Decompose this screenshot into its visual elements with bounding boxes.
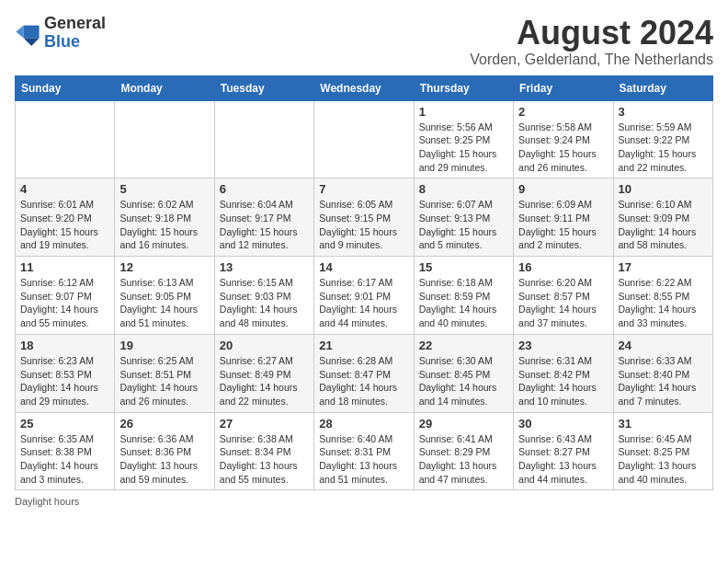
calendar-cell (16, 100, 115, 178)
calendar-cell: 12Sunrise: 6:13 AMSunset: 9:05 PMDayligh… (115, 257, 214, 335)
header-day-tuesday: Tuesday (214, 75, 313, 100)
day-number: 24 (619, 339, 708, 352)
month-title: August 2024 (470, 15, 713, 52)
header-day-wednesday: Wednesday (314, 75, 414, 100)
day-info: Sunrise: 6:31 AMSunset: 8:42 PMDaylight:… (518, 354, 608, 408)
svg-marker-1 (24, 38, 40, 45)
day-number: 7 (319, 182, 408, 196)
day-number: 1 (419, 105, 508, 119)
calendar-cell: 16Sunrise: 6:20 AMSunset: 8:57 PMDayligh… (514, 257, 613, 335)
day-info: Sunrise: 6:12 AMSunset: 9:07 PMDaylight:… (20, 276, 109, 330)
day-number: 17 (619, 260, 708, 274)
day-info: Sunrise: 6:45 AMSunset: 8:25 PMDaylight:… (619, 432, 708, 487)
day-info: Sunrise: 6:40 AMSunset: 8:31 PMDaylight:… (319, 432, 408, 487)
calendar-cell: 26Sunrise: 6:36 AMSunset: 8:36 PMDayligh… (115, 412, 214, 490)
day-info: Sunrise: 6:30 AMSunset: 8:45 PMDaylight:… (419, 354, 508, 408)
day-info: Sunrise: 6:01 AMSunset: 9:20 PMDaylight:… (20, 198, 109, 252)
logo-icon (15, 20, 40, 46)
calendar-cell (214, 100, 313, 178)
calendar-cell: 2Sunrise: 5:58 AMSunset: 9:24 PMDaylight… (514, 100, 613, 178)
calendar-cell (115, 100, 214, 178)
day-number: 11 (20, 260, 109, 274)
day-number: 20 (220, 339, 309, 352)
calendar: SundayMondayTuesdayWednesdayThursdayFrid… (15, 75, 713, 491)
header-day-friday: Friday (514, 75, 613, 100)
day-number: 8 (419, 182, 508, 196)
week-row-0: 1Sunrise: 5:56 AMSunset: 9:25 PMDaylight… (16, 100, 713, 178)
calendar-cell: 10Sunrise: 6:10 AMSunset: 9:09 PMDayligh… (613, 178, 712, 257)
day-number: 25 (20, 417, 109, 431)
logo-general: General (44, 14, 106, 32)
calendar-cell: 18Sunrise: 6:23 AMSunset: 8:53 PMDayligh… (16, 334, 115, 412)
calendar-cell: 11Sunrise: 6:12 AMSunset: 9:07 PMDayligh… (16, 257, 115, 335)
calendar-cell: 15Sunrise: 6:18 AMSunset: 8:59 PMDayligh… (414, 257, 513, 335)
day-info: Sunrise: 6:41 AMSunset: 8:29 PMDaylight:… (419, 432, 508, 487)
logo: General Blue (15, 15, 106, 52)
calendar-cell: 17Sunrise: 6:22 AMSunset: 8:55 PMDayligh… (613, 257, 712, 335)
day-info: Sunrise: 6:20 AMSunset: 8:57 PMDaylight:… (518, 276, 608, 330)
header-area: General Blue August 2024 Vorden, Gelderl… (15, 15, 713, 68)
day-info: Sunrise: 6:17 AMSunset: 9:01 PMDaylight:… (319, 276, 408, 330)
calendar-cell: 14Sunrise: 6:17 AMSunset: 9:01 PMDayligh… (314, 257, 414, 335)
day-number: 27 (220, 417, 309, 431)
calendar-cell (314, 100, 414, 178)
day-info: Sunrise: 6:35 AMSunset: 8:38 PMDaylight:… (20, 432, 109, 487)
day-info: Sunrise: 6:36 AMSunset: 8:36 PMDaylight:… (119, 432, 209, 487)
calendar-cell: 3Sunrise: 5:59 AMSunset: 9:22 PMDaylight… (613, 100, 712, 178)
calendar-cell: 27Sunrise: 6:38 AMSunset: 8:34 PMDayligh… (214, 412, 313, 490)
day-number: 4 (20, 182, 109, 196)
day-info: Sunrise: 6:22 AMSunset: 8:55 PMDaylight:… (619, 276, 708, 330)
header-day-monday: Monday (115, 75, 214, 100)
day-number: 30 (518, 417, 608, 431)
footer-note: Daylight hours (15, 496, 713, 507)
day-number: 31 (619, 417, 708, 431)
calendar-body: 1Sunrise: 5:56 AMSunset: 9:25 PMDaylight… (16, 100, 713, 490)
header-day-saturday: Saturday (613, 75, 712, 100)
day-number: 12 (119, 260, 209, 274)
subtitle: Vorden, Gelderland, The Netherlands (470, 52, 713, 68)
day-info: Sunrise: 6:25 AMSunset: 8:51 PMDaylight:… (119, 354, 209, 408)
day-info: Sunrise: 5:56 AMSunset: 9:25 PMDaylight:… (419, 121, 508, 175)
calendar-cell: 25Sunrise: 6:35 AMSunset: 8:38 PMDayligh… (16, 412, 115, 490)
calendar-cell: 24Sunrise: 6:33 AMSunset: 8:40 PMDayligh… (613, 334, 712, 412)
week-row-1: 4Sunrise: 6:01 AMSunset: 9:20 PMDaylight… (16, 178, 713, 257)
day-info: Sunrise: 6:28 AMSunset: 8:47 PMDaylight:… (319, 354, 408, 408)
calendar-cell: 28Sunrise: 6:40 AMSunset: 8:31 PMDayligh… (314, 412, 414, 490)
day-info: Sunrise: 5:59 AMSunset: 9:22 PMDaylight:… (619, 121, 708, 175)
calendar-cell: 9Sunrise: 6:09 AMSunset: 9:11 PMDaylight… (514, 178, 613, 257)
day-info: Sunrise: 6:18 AMSunset: 8:59 PMDaylight:… (419, 276, 508, 330)
day-info: Sunrise: 5:58 AMSunset: 9:24 PMDaylight:… (518, 121, 608, 175)
calendar-cell: 30Sunrise: 6:43 AMSunset: 8:27 PMDayligh… (514, 412, 613, 490)
day-info: Sunrise: 6:09 AMSunset: 9:11 PMDaylight:… (518, 198, 608, 252)
day-number: 21 (319, 339, 408, 352)
day-info: Sunrise: 6:27 AMSunset: 8:49 PMDaylight:… (220, 354, 309, 408)
calendar-header: SundayMondayTuesdayWednesdayThursdayFrid… (16, 75, 713, 100)
day-number: 13 (220, 260, 309, 274)
day-number: 16 (518, 260, 608, 274)
header-day-sunday: Sunday (16, 75, 115, 100)
day-info: Sunrise: 6:05 AMSunset: 9:15 PMDaylight:… (319, 198, 408, 252)
day-number: 9 (518, 182, 608, 196)
title-area: August 2024 Vorden, Gelderland, The Neth… (470, 15, 713, 68)
calendar-cell: 13Sunrise: 6:15 AMSunset: 9:03 PMDayligh… (214, 257, 313, 335)
day-info: Sunrise: 6:13 AMSunset: 9:05 PMDaylight:… (119, 276, 209, 330)
day-info: Sunrise: 6:23 AMSunset: 8:53 PMDaylight:… (20, 354, 109, 408)
day-number: 3 (619, 105, 708, 119)
day-number: 29 (419, 417, 508, 431)
day-info: Sunrise: 6:04 AMSunset: 9:17 PMDaylight:… (220, 198, 309, 252)
day-number: 18 (20, 339, 109, 352)
day-number: 19 (119, 339, 209, 352)
day-number: 23 (518, 339, 608, 352)
day-info: Sunrise: 6:15 AMSunset: 9:03 PMDaylight:… (220, 276, 309, 330)
calendar-cell: 21Sunrise: 6:28 AMSunset: 8:47 PMDayligh… (314, 334, 414, 412)
week-row-3: 18Sunrise: 6:23 AMSunset: 8:53 PMDayligh… (16, 334, 713, 412)
day-info: Sunrise: 6:38 AMSunset: 8:34 PMDaylight:… (220, 432, 309, 487)
week-row-2: 11Sunrise: 6:12 AMSunset: 9:07 PMDayligh… (16, 257, 713, 335)
day-info: Sunrise: 6:07 AMSunset: 9:13 PMDaylight:… (419, 198, 508, 252)
calendar-cell: 4Sunrise: 6:01 AMSunset: 9:20 PMDaylight… (16, 178, 115, 257)
day-info: Sunrise: 6:02 AMSunset: 9:18 PMDaylight:… (119, 198, 209, 252)
day-number: 10 (619, 182, 708, 196)
week-row-4: 25Sunrise: 6:35 AMSunset: 8:38 PMDayligh… (16, 412, 713, 490)
calendar-cell: 22Sunrise: 6:30 AMSunset: 8:45 PMDayligh… (414, 334, 513, 412)
calendar-cell: 20Sunrise: 6:27 AMSunset: 8:49 PMDayligh… (214, 334, 313, 412)
